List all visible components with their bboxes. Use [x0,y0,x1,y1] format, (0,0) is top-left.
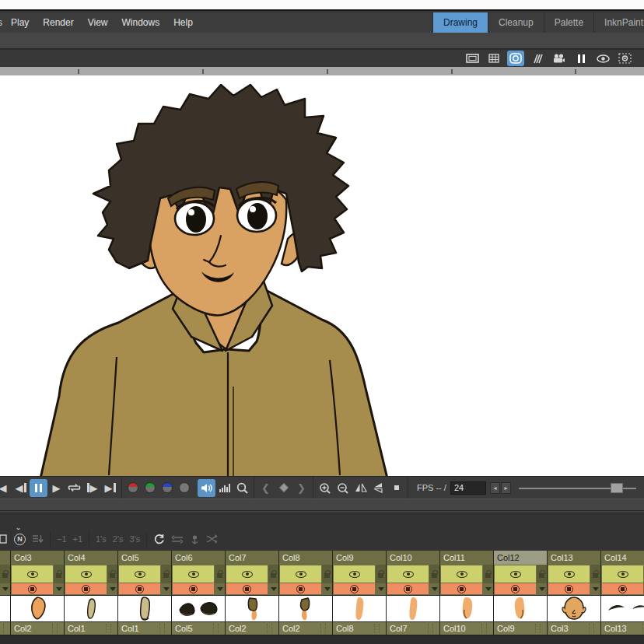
preview-visible-toggle[interactable] [387,565,429,583]
lock-toggle[interactable] [215,565,225,583]
camstand-visible-toggle[interactable] [495,583,536,594]
column-header[interactable]: Col14 [601,551,644,565]
cell-thumbnail-head[interactable] [548,595,600,622]
tab-palette[interactable]: Palette [544,12,593,33]
cell-thumbnail-sleeve-arm[interactable] [279,595,332,622]
cell-thumbnail-arm[interactable] [333,595,386,622]
preview-visible-toggle[interactable] [173,565,214,583]
column-header[interactable]: Col8 [279,551,332,565]
preview-visible-toggle[interactable] [602,565,643,583]
preview-eye-icon[interactable] [594,51,611,66]
locator-magnifier-icon[interactable] [233,479,251,497]
column-header[interactable]: Col3 [11,551,64,565]
column-header[interactable]: Col11 [440,551,493,565]
column-menu-button[interactable] [537,583,547,595]
column-header[interactable]: Col10 [387,551,439,565]
preview-visible-toggle[interactable] [226,565,268,583]
preview-visible-toggle[interactable] [495,565,536,583]
zoom-out-button[interactable] [334,479,352,497]
preview-visible-toggle[interactable] [441,565,482,583]
next-key-button[interactable]: ❯ [292,479,310,497]
cell-level-name[interactable]: Col3 [548,622,600,635]
menu-item-windows[interactable]: Windows [115,12,167,33]
column-menu-button[interactable] [322,583,332,595]
cell-level-name[interactable]: Col7 [387,622,439,635]
lock-toggle[interactable] [54,565,64,583]
cell-thumbnail-hand[interactable] [494,595,547,622]
lock-toggle[interactable] [537,565,547,583]
histogram-icon[interactable] [215,479,233,497]
frame-slider-handle[interactable] [611,483,623,493]
shift-minus-one-button[interactable]: −1 [54,531,70,547]
camstand-visible-toggle[interactable] [334,583,375,594]
camstand-visible-toggle[interactable] [602,583,643,594]
cell-thumbnail-hand[interactable] [11,595,64,622]
reset-view-button[interactable] [387,479,405,497]
cell-thumbnail-forearm[interactable] [65,595,117,622]
viewer-canvas[interactable] [0,75,644,476]
cell-thumbnail-leg[interactable] [118,595,171,622]
camstand-visible-toggle[interactable] [441,583,482,594]
shuffle-icon[interactable] [203,531,222,547]
cell-level-name[interactable]: Col2 [279,622,332,635]
column-menu-button[interactable] [0,583,10,595]
freeze-icon[interactable] [572,51,590,66]
column-menu-button[interactable] [429,583,439,595]
column-header[interactable]: Col12 [494,551,547,565]
camstand-visible-toggle[interactable] [387,583,429,594]
subcamera-preview-icon[interactable] [616,51,633,66]
pause-button[interactable] [30,479,47,497]
column-header[interactable]: Col4 [65,551,117,565]
camstand-visible-toggle[interactable] [226,583,268,594]
swap-cells-button[interactable] [168,531,187,547]
fps-spinner[interactable]: ◂▸ [490,482,511,494]
loop-button[interactable] [65,479,83,497]
camstand-visible-toggle[interactable] [173,583,214,594]
zoom-in-button[interactable] [316,479,334,497]
clipped-tool-icon[interactable] [0,531,11,547]
tab-drawing[interactable]: Drawing [432,12,488,33]
tab-inknpaint[interactable]: InknPaint [593,12,644,33]
lock-toggle[interactable] [590,565,600,583]
prev-key-button[interactable]: ❮ [257,479,275,497]
preview-visible-toggle[interactable] [548,565,590,583]
preview-visible-toggle[interactable] [280,565,321,583]
lock-toggle[interactable] [483,565,493,583]
cell-level-name[interactable]: Col1 [118,622,171,635]
camstand-visible-toggle[interactable] [119,583,160,594]
camstand-visible-toggle[interactable] [548,583,590,594]
column-menu-button[interactable] [161,583,171,595]
preview-visible-toggle[interactable] [65,565,107,583]
camstand-visible-toggle[interactable] [280,583,321,594]
cell-level-name[interactable]: Col10 [440,622,493,635]
cell-level-name[interactable]: Col2 [226,622,278,635]
camstand-visible-toggle[interactable] [12,583,53,594]
camera-view-icon[interactable] [507,51,524,66]
green-channel-toggle[interactable] [145,482,156,493]
reframe-threes-button[interactable]: 3's [127,531,144,547]
menu-item-render[interactable]: Render [36,12,80,33]
play-button[interactable]: ▶ [47,479,65,497]
3d-view-icon[interactable] [529,51,546,66]
camera-icon[interactable] [551,51,568,66]
column-header[interactable]: Col9 [333,551,386,565]
preview-visible-toggle[interactable] [334,565,375,583]
reframe-twos-button[interactable]: 2's [110,531,127,547]
repeat-cycle-button[interactable] [150,531,168,547]
menu-item-help[interactable]: Help [166,12,200,33]
cell-level-name[interactable]: Col2 [11,622,64,635]
lock-toggle[interactable] [0,565,10,583]
camstand-visible-toggle[interactable] [65,583,107,594]
column-header[interactable]: Col13 [548,551,600,565]
preview-visible-toggle[interactable] [119,565,160,583]
set-key-button[interactable] [275,479,292,497]
cell-level-name[interactable]: Col1 [65,622,117,635]
lock-toggle[interactable] [107,565,117,583]
column-header[interactable]: Col6 [172,551,225,565]
column-menu-button[interactable] [376,583,386,595]
cell-thumbnail-hand[interactable] [440,595,493,622]
cell-level-name[interactable]: Col13 [601,622,644,635]
pivot-tool-icon[interactable] [187,531,203,547]
menu-item-view[interactable]: View [81,12,115,33]
cell-level-name[interactable]: Col9 [494,622,547,635]
